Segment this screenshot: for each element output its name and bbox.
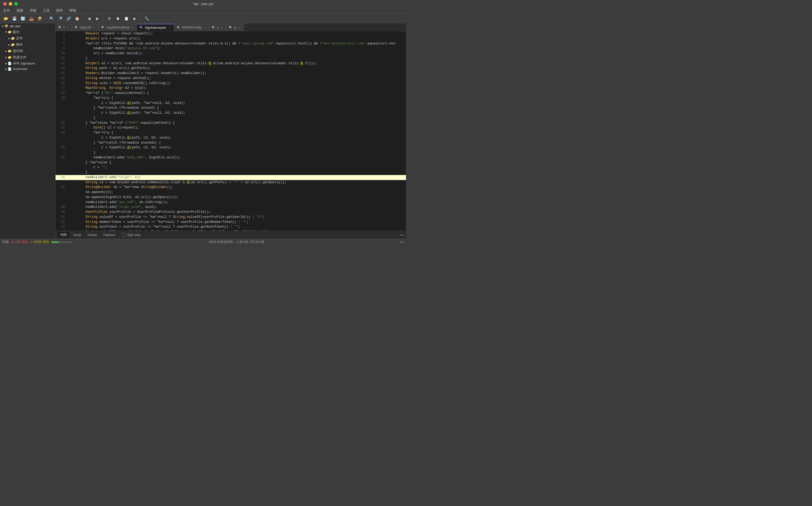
progress-fill — [51, 241, 59, 243]
bottom-tab-simple[interactable]: Simple — [85, 232, 100, 238]
line-code: c = SignUtil.c(path, c2, b2, uuid); — [67, 135, 406, 140]
close-button[interactable] — [3, 2, 7, 6]
line-code: "kw">if (this.f12580b && !com.android.an… — [67, 41, 406, 46]
search-ref-button[interactable]: 🔗 — [65, 15, 72, 22]
line-number: 33 — [56, 225, 67, 230]
tab-appmethodbeat[interactable]: 🔍AppMethodBeat× — [98, 24, 137, 31]
line-number: 10 — [56, 51, 67, 56]
tab-close-g[interactable]: × — [238, 26, 241, 29]
line-number: 13 — [56, 66, 67, 71]
code-line: } "kw">catch (Throwable unused2) { — [56, 140, 406, 145]
line-code: } "kw">catch (Throwable unused) { — [67, 105, 406, 110]
tab-f[interactable]: 🔍f× — [56, 24, 72, 31]
settings-button[interactable]: 🔧 — [143, 15, 150, 22]
sidebar-item-scripts[interactable]: ▸ 📁脚本 — [0, 41, 55, 48]
line-number: 15 — [56, 76, 67, 81]
run-button[interactable]: ▶ — [131, 15, 138, 22]
sidebar-item-source[interactable]: ▸ 📁源代码 — [0, 48, 55, 54]
tab-close-signutil[interactable]: × — [93, 26, 96, 29]
tab-label-g: g — [234, 26, 236, 29]
code-line: 13 String path = a2.url().getPath(); — [56, 66, 406, 71]
tab-label-f: f — [64, 26, 64, 29]
folder-icon: ▸ 📁 — [5, 49, 12, 53]
tab-c[interactable]: 🔍c× — [209, 24, 226, 31]
sidebar-item-summary[interactable]: ▸ 📄Summary — [0, 66, 55, 72]
back-button[interactable]: ◀ — [85, 15, 93, 22]
sidebar-item-apksig[interactable]: ▸ 📄APK signature — [0, 61, 55, 66]
line-code: } — [67, 150, 406, 155]
tab-wwdaconfig[interactable]: 🔍WWDAConfig× — [174, 24, 209, 31]
stop-button[interactable]: ⏹ — [114, 15, 122, 22]
code-editor[interactable]: 3 Request request = chain.request();4 Ht… — [56, 31, 406, 231]
bottom-tab-代码[interactable]: 代码 — [58, 232, 69, 238]
split-view-label: Split view — [127, 233, 141, 237]
home-button[interactable]: 🏠 — [73, 15, 81, 22]
code-line: c = ""; — [56, 165, 406, 170]
more-button[interactable]: ••• — [400, 240, 404, 244]
sidebar-item-files[interactable]: ▸ 📁文件 — [0, 35, 55, 41]
separator-2 — [83, 16, 83, 21]
split-view-checkbox[interactable] — [122, 233, 126, 237]
sidebar-item-root[interactable]: ▾ 📦ajk.apk — [0, 23, 55, 29]
export-gradle-button[interactable]: 📦 — [36, 15, 44, 22]
sidebar-label: 输出 — [13, 29, 19, 34]
line-number: 18 — [56, 91, 67, 96]
sidebar-item-resources[interactable]: ▸ 📁资源文件 — [0, 54, 55, 61]
export-button[interactable]: 📤 — [27, 15, 35, 22]
separator-1 — [46, 16, 46, 21]
menu-item-帮助[interactable]: 帮助 — [68, 8, 77, 13]
folder-icon: ▸ 📁 — [5, 56, 12, 59]
code-line: } — [56, 170, 406, 175]
sidebar-label: APK signature — [13, 61, 35, 65]
reload-button[interactable]: 🔄 — [19, 15, 26, 22]
line-code: "kw">if ("GET".equals(method)) { — [67, 91, 406, 96]
search-text-button[interactable]: 🔎 — [56, 15, 64, 22]
decompile-button[interactable]: ⚙ — [106, 15, 113, 22]
maximize-button[interactable] — [14, 2, 18, 6]
line-number: 32 — [56, 220, 67, 225]
tab-signutil[interactable]: 🔍SignUtil× — [72, 24, 98, 31]
tab-close-signinterceptor[interactable]: × — [168, 26, 171, 29]
sidebar-item-output[interactable]: ▾ 📁输出 — [0, 29, 55, 35]
code-line: 4 HttpUrl url = request.url(); — [56, 36, 406, 41]
menu-item-文件[interactable]: 文件 — [2, 8, 11, 13]
split-view-toggle[interactable]: Split view — [122, 233, 141, 237]
bottom-more-button[interactable]: ••• — [400, 233, 404, 237]
forward-button[interactable]: ▶ — [94, 15, 101, 22]
code-line: 14 Headers.Builder newBuilder2 = request… — [56, 71, 406, 76]
bottom-tab-fallback[interactable]: Fallback — [101, 232, 118, 238]
line-code: c = SignUtil.c(path, c2, b2, uuid); — [67, 145, 406, 150]
code-line: } — [56, 150, 406, 155]
line-number — [56, 105, 67, 110]
tab-close-f[interactable]: × — [66, 26, 69, 29]
line-number: 17 — [56, 86, 67, 91]
line-code: String path = a2.url().getPath(); — [67, 66, 406, 71]
line-code: Request request = chain.request(); — [67, 31, 406, 36]
open-button[interactable]: 📂 — [2, 15, 9, 22]
search-button[interactable]: 🔍 — [48, 15, 55, 22]
tab-g[interactable]: 🔍g× — [226, 24, 244, 31]
minimize-button[interactable] — [9, 2, 12, 6]
line-number: 26 — [56, 175, 67, 180]
code-line: 24 c = SignUtil.c(path, c2, b2, uuid); — [56, 145, 406, 150]
tab-icon-signinterceptor: 🔍 — [139, 26, 143, 29]
code-line: String c3 = com.anjuke.android.commonuti… — [56, 180, 406, 185]
menu-item-插件[interactable]: 插件 — [55, 8, 64, 13]
bottom-tab-smali[interactable]: Smali — [70, 232, 84, 238]
menu-item-视图[interactable]: 视图 — [15, 8, 24, 13]
code-table: 3 Request request = chain.request();4 Ht… — [56, 31, 406, 231]
menu-item-工具[interactable]: 工具 — [42, 8, 51, 13]
tab-close-c[interactable]: × — [220, 26, 223, 29]
save-button[interactable]: 💾 — [11, 15, 18, 22]
line-code: newBuilder2.add("nsign_uuid", uuid); — [67, 204, 406, 209]
tab-close-wwdaconfig[interactable]: × — [203, 26, 206, 29]
line-code: } — [67, 170, 406, 175]
tab-signinterceptor[interactable]: 🔍SignInterceptor× — [137, 24, 174, 31]
code-line: 5 "kw">if (this.f12580b && !com.android.… — [56, 41, 406, 46]
tab-close-appmethodbeat[interactable]: × — [131, 26, 134, 29]
logs-button[interactable]: 📋 — [123, 15, 130, 22]
line-number: 12 — [56, 61, 67, 66]
line-number: 25 — [56, 155, 67, 160]
menu-item-导航[interactable]: 导航 — [28, 8, 38, 13]
code-line: 25 newBuilder2.add("body_md5", SignUtil.… — [56, 155, 406, 160]
